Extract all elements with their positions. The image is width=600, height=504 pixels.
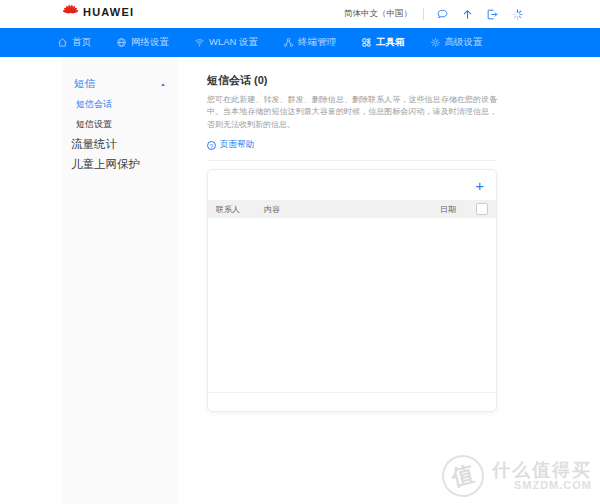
smzdm-watermark: 值 什么值得买 SMZDM.COM: [442, 455, 592, 497]
table-body-empty: [208, 218, 496, 392]
sidebar-item-label: 流量统计: [71, 137, 117, 152]
nav-tab-label: WLAN 设置: [209, 36, 258, 49]
globe-icon: [116, 37, 127, 48]
sidebar-group-sms[interactable]: 短信 ▲: [62, 74, 178, 94]
page-title: 短信会话 (0): [207, 73, 497, 88]
sidebar-item-label: 短信会话: [76, 98, 112, 111]
main-nav: 首页 网络设置 WLAN 设置 终端管理: [0, 28, 600, 57]
nav-tab-label: 高级设置: [445, 36, 483, 49]
column-header-contact: 联系人: [208, 204, 264, 215]
nav-tab-label: 工具箱: [376, 36, 405, 49]
help-link-label: 页面帮助: [220, 139, 254, 151]
watermark-site-name: 什么值得买: [492, 461, 592, 480]
section-divider: [207, 160, 497, 161]
column-header-content: 内容: [264, 204, 440, 215]
nav-tab-device-management[interactable]: 终端管理: [283, 36, 336, 49]
add-message-button[interactable]: +: [472, 176, 487, 195]
huawei-flower-icon: [62, 5, 79, 19]
topbar-divider: [423, 8, 424, 20]
table-header-row: 联系人 内容 日期: [208, 200, 496, 218]
caret-up-icon: ▲: [160, 82, 166, 87]
help-icon: ?: [207, 141, 216, 150]
language-selector[interactable]: 简体中文（中国）: [344, 8, 412, 20]
topbar: HUAWEI 简体中文（中国）: [0, 0, 600, 28]
watermark-site-url: SMZDM.COM: [514, 480, 592, 492]
sidebar-item-traffic-statistics[interactable]: 流量统计: [62, 134, 178, 154]
devices-icon: [283, 37, 294, 48]
chat-icon[interactable]: [435, 7, 449, 21]
sidebar-item-label: 儿童上网保护: [71, 157, 140, 172]
table-footer: [208, 392, 496, 411]
loading-icon: [510, 7, 524, 21]
page-help-link[interactable]: ? 页面帮助: [207, 139, 497, 151]
arrow-up-icon[interactable]: [460, 7, 474, 21]
nav-tab-home[interactable]: 首页: [57, 36, 91, 49]
smzdm-badge-icon: 值: [438, 451, 489, 502]
gear-icon: [430, 37, 441, 48]
smzdm-watermark-text: 什么值得买 SMZDM.COM: [492, 461, 592, 491]
wifi-icon: [194, 37, 205, 48]
select-all-checkbox[interactable]: [476, 203, 488, 215]
nav-tab-advanced-settings[interactable]: 高级设置: [430, 36, 483, 49]
huawei-logo: HUAWEI: [62, 5, 134, 19]
sidebar-item-parental-control[interactable]: 儿童上网保护: [62, 154, 178, 174]
sidebar-group-label: 短信: [74, 77, 95, 91]
router-admin-page: HUAWEI 简体中文（中国）: [0, 0, 600, 504]
sidebar: 短信 ▲ 短信会话 短信设置 流量统计 儿童上网保护: [62, 57, 178, 504]
nav-tab-wlan-settings[interactable]: WLAN 设置: [194, 36, 258, 49]
sms-table-panel: + 联系人 内容 日期: [207, 169, 497, 412]
brand-name: HUAWEI: [83, 6, 134, 18]
page-description: 您可在此新建、转发、群发、删除信息、删除联系人等，这些信息存储在您的设备中。当本…: [207, 94, 497, 131]
home-icon: [57, 37, 68, 48]
sidebar-item-sms-conversation[interactable]: 短信会话: [62, 94, 178, 114]
topbar-actions: 简体中文（中国）: [344, 0, 524, 28]
column-header-date: 日期: [440, 204, 476, 215]
sidebar-item-label: 短信设置: [76, 118, 112, 131]
nav-tab-network-settings[interactable]: 网络设置: [116, 36, 169, 49]
main-content: 短信会话 (0) 您可在此新建、转发、群发、删除信息、删除联系人等，这些信息存储…: [207, 57, 497, 412]
nav-tab-label: 终端管理: [298, 36, 336, 49]
nav-tab-label: 网络设置: [131, 36, 169, 49]
nav-tab-toolbox[interactable]: 工具箱: [361, 36, 405, 49]
sidebar-item-sms-settings[interactable]: 短信设置: [62, 114, 178, 134]
toolbox-icon: [361, 37, 372, 48]
logout-icon[interactable]: [485, 7, 499, 21]
nav-tab-label: 首页: [72, 36, 91, 49]
table-toolbar: +: [208, 170, 496, 200]
